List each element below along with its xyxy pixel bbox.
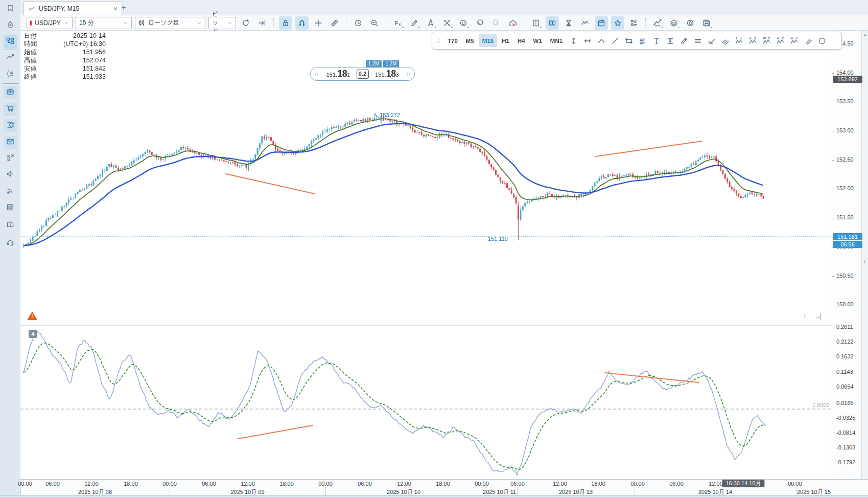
volatility-button[interactable] bbox=[578, 16, 592, 30]
add-tab-button[interactable]: + bbox=[119, 3, 129, 13]
period-h1[interactable]: H1 bbox=[498, 34, 513, 47]
ellipse-tool-button[interactable] bbox=[815, 34, 828, 47]
period-mn1[interactable]: MN1 bbox=[547, 34, 566, 47]
symbol-select[interactable]: USD/JPY bbox=[27, 17, 73, 29]
angle-tool-button[interactable] bbox=[595, 34, 607, 47]
text-tool-button[interactable] bbox=[650, 34, 663, 47]
sidebar-item-portfolio[interactable] bbox=[4, 86, 17, 99]
chart-type-select[interactable]: ローソク足 bbox=[135, 17, 205, 29]
drag-grip-icon[interactable] bbox=[435, 37, 442, 44]
sell-button[interactable]: 151.181 bbox=[320, 69, 357, 79]
emoticons-button[interactable] bbox=[457, 16, 470, 30]
align-lines-button[interactable] bbox=[636, 34, 649, 47]
period-m15[interactable]: M15 bbox=[479, 34, 497, 47]
sidebar-item-workspaces[interactable] bbox=[4, 35, 17, 49]
indicator-count-badge[interactable]: 4 bbox=[29, 330, 37, 338]
rectangle-tool-button[interactable] bbox=[622, 34, 635, 47]
zoom-out-button[interactable] bbox=[368, 16, 381, 30]
layers-button[interactable] bbox=[667, 16, 681, 30]
object-list-button[interactable] bbox=[627, 16, 641, 30]
right-scroll-rail[interactable] bbox=[861, 31, 868, 479]
timeframe-select[interactable]: 15 分 bbox=[76, 17, 132, 29]
close-tab-icon[interactable]: × bbox=[113, 5, 118, 13]
auto-scale-icon[interactable]: ↕ bbox=[803, 312, 806, 320]
polyline-check-button[interactable] bbox=[705, 34, 718, 47]
draw-pencil-button[interactable] bbox=[408, 16, 421, 30]
go-to-end-icon[interactable]: →| bbox=[815, 312, 820, 320]
expand-vertical-button[interactable] bbox=[664, 34, 676, 47]
horizontal-scale-button[interactable] bbox=[581, 34, 594, 47]
pattern-a-c-button[interactable]: AC bbox=[774, 34, 787, 47]
freehand-pencil-button[interactable] bbox=[677, 34, 690, 47]
sidebar-item-announcements[interactable] bbox=[4, 168, 17, 182]
sidebar-item-support[interactable] bbox=[4, 237, 17, 250]
period-h4[interactable]: H4 bbox=[514, 34, 529, 47]
price-alert-button[interactable] bbox=[529, 16, 543, 30]
candlestick-chart[interactable] bbox=[20, 31, 832, 325]
refresh-button[interactable] bbox=[239, 16, 252, 30]
indicators-fx-button[interactable]: Fx bbox=[391, 16, 405, 30]
period-m5[interactable]: M5 bbox=[462, 34, 478, 47]
sidebar-item-alerts[interactable] bbox=[4, 19, 17, 32]
elliott-correction-wave-a-e-button[interactable]: AE bbox=[746, 34, 759, 47]
price-tick-mark bbox=[832, 102, 834, 102]
day-high-badge: 153.892 bbox=[833, 76, 862, 83]
vertical-scale-button[interactable] bbox=[567, 34, 580, 47]
equidistant-lines-button[interactable] bbox=[691, 34, 704, 47]
reading-mode-button[interactable] bbox=[546, 16, 559, 30]
oscillator-tick-label: 0.1143 bbox=[836, 369, 861, 375]
magnet-mode-button[interactable] bbox=[295, 16, 309, 30]
tab-usdjpy-m15[interactable]: USD/JPY, M15 × bbox=[24, 1, 122, 16]
themes-paint-button[interactable] bbox=[684, 16, 697, 30]
trend-line-button[interactable] bbox=[608, 34, 621, 47]
buy-button[interactable]: 151.183 bbox=[369, 69, 406, 79]
sidebar-item-journal[interactable] bbox=[4, 219, 17, 232]
sidebar-item-bookmarks[interactable] bbox=[4, 3, 17, 16]
parallel-lines-button[interactable] bbox=[719, 34, 732, 47]
pane-splitter[interactable] bbox=[20, 325, 832, 326]
briefcase-icon bbox=[6, 87, 14, 98]
economic-events-button[interactable] bbox=[595, 16, 608, 30]
undo-button[interactable] bbox=[473, 16, 486, 30]
sidebar-item-orders[interactable] bbox=[4, 103, 17, 116]
parallel-channel-button[interactable] bbox=[802, 34, 814, 47]
ruler-icon bbox=[331, 19, 339, 27]
period-t70[interactable]: T70 bbox=[444, 34, 461, 47]
sidebar-item-positions-summary[interactable] bbox=[4, 119, 17, 132]
circle-icon bbox=[818, 37, 826, 45]
save-template-button[interactable] bbox=[700, 16, 713, 30]
time-tool-button[interactable] bbox=[351, 16, 365, 30]
period-w1[interactable]: W1 bbox=[530, 34, 546, 47]
ohlc-row: 始値151.956 bbox=[24, 48, 106, 56]
redo-button[interactable] bbox=[489, 16, 503, 30]
sidebar-item-mail[interactable] bbox=[4, 136, 17, 149]
pattern-w-y-button[interactable]: WY bbox=[788, 34, 801, 47]
crosshair-button[interactable] bbox=[312, 16, 325, 30]
sidebar-item-news-feed[interactable] bbox=[4, 185, 17, 198]
lock-chart-button[interactable] bbox=[279, 16, 292, 30]
geometry-tools-button[interactable] bbox=[424, 16, 437, 30]
cursor-tools-button[interactable] bbox=[440, 16, 454, 30]
time-tick-label: 12:00 bbox=[84, 481, 99, 487]
delete-from-cloud-button[interactable] bbox=[506, 16, 519, 30]
sidebar-item-economic-calendar[interactable] bbox=[4, 201, 17, 215]
oscillator-chart[interactable] bbox=[20, 326, 832, 479]
pattern-w-z-button[interactable]: WZ bbox=[760, 34, 773, 47]
drag-grip-icon[interactable] bbox=[405, 71, 412, 77]
drag-grip-icon[interactable] bbox=[313, 71, 320, 77]
sidebar-item-symbol-list[interactable] bbox=[4, 68, 17, 81]
session-wait-button[interactable] bbox=[562, 16, 575, 30]
elliott-impulse-wave-1-5-button[interactable]: 15 bbox=[733, 34, 745, 47]
sidebar-item-charts[interactable] bbox=[4, 51, 17, 64]
oscillator-tick-label: 0.0654 bbox=[836, 383, 861, 390]
warning-icon[interactable]: ! bbox=[27, 311, 37, 321]
price-type-select[interactable]: ビッド bbox=[208, 17, 236, 29]
sidebar-item-trade-stats[interactable] bbox=[4, 152, 17, 166]
patterns-button[interactable] bbox=[651, 16, 664, 30]
ohlc-label: 始値 bbox=[24, 48, 45, 56]
favorites-button[interactable] bbox=[611, 16, 624, 30]
scroll-up-icon[interactable]: ▲ bbox=[863, 32, 867, 37]
measure-ruler-button[interactable] bbox=[328, 16, 341, 30]
jump-to-latest-button[interactable] bbox=[255, 16, 269, 30]
collapse-panel-icon[interactable]: ‹ bbox=[863, 257, 866, 265]
